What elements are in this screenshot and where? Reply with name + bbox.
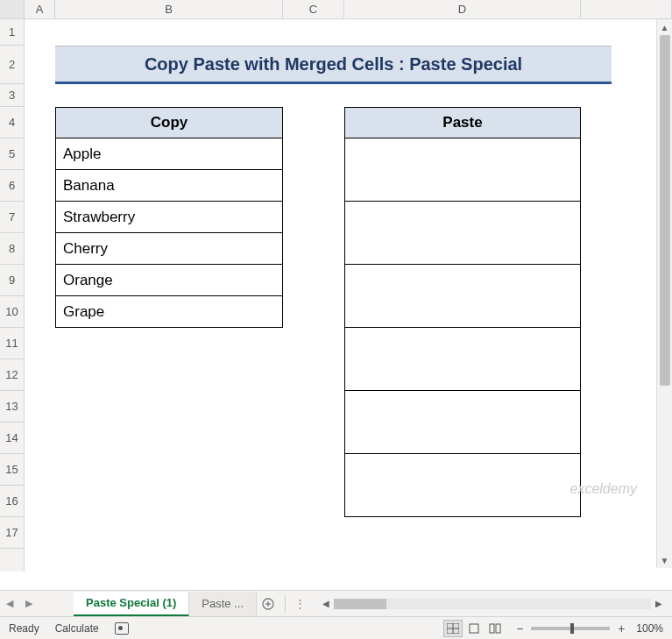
column-header-row: A B C D: [0, 0, 672, 19]
svg-rect-6: [470, 624, 478, 633]
paste-cell-3[interactable]: [344, 265, 581, 328]
row-header-12[interactable]: 12: [0, 359, 24, 391]
row-header-5[interactable]: 5: [0, 138, 24, 170]
view-normal-button[interactable]: [443, 620, 463, 637]
tab-overflow-icon[interactable]: ⋮: [291, 597, 309, 610]
copy-cell-5[interactable]: Orange: [55, 265, 283, 296]
plus-circle-icon: [261, 597, 275, 611]
paste-cell-1[interactable]: [344, 138, 581, 202]
paste-cell-2[interactable]: [344, 202, 581, 265]
zoom-slider[interactable]: − +: [513, 621, 627, 635]
row-header-15[interactable]: 15: [0, 454, 24, 486]
copy-cell-2[interactable]: Banana: [55, 170, 283, 202]
copy-cell-6[interactable]: Grape: [55, 296, 283, 328]
scroll-down-icon[interactable]: ▼: [657, 552, 672, 568]
status-calculate[interactable]: Calculate: [55, 622, 99, 635]
view-page-layout-button[interactable]: [464, 620, 484, 637]
view-buttons: [443, 620, 505, 637]
tab-paste-special-1[interactable]: Paste Special (1): [74, 592, 189, 616]
row-header-16[interactable]: 16: [0, 486, 24, 517]
tab-nav-prev-icon[interactable]: ◀: [0, 591, 19, 617]
vertical-scroll-thumb[interactable]: [660, 35, 670, 386]
tab-paste-other[interactable]: Paste ...: [189, 592, 257, 616]
col-header-C[interactable]: C: [283, 0, 344, 18]
macro-record-icon[interactable]: [115, 622, 129, 635]
zoom-track[interactable]: [531, 627, 610, 630]
grid-icon: [447, 623, 459, 634]
title-merged-cell[interactable]: Copy Paste with Merged Cells : Paste Spe…: [55, 46, 612, 84]
paste-cell-6[interactable]: [344, 454, 581, 517]
row-header-14[interactable]: 14: [0, 422, 24, 454]
row-header-4[interactable]: 4: [0, 107, 24, 138]
copy-cell-4[interactable]: Cherry: [55, 233, 283, 265]
row-header-6[interactable]: 6: [0, 170, 24, 202]
status-ready: Ready: [9, 622, 39, 635]
paste-table-header[interactable]: Paste: [344, 107, 581, 138]
row-header-10[interactable]: 10: [0, 296, 24, 328]
page-icon: [468, 623, 480, 634]
svg-rect-8: [496, 624, 500, 633]
vertical-scrollbar[interactable]: ▲ ▼: [656, 19, 672, 568]
scroll-left-icon[interactable]: ◀: [318, 599, 334, 608]
horizontal-scroll-thumb[interactable]: [334, 599, 386, 609]
col-header-A[interactable]: A: [25, 0, 55, 18]
row-header-2[interactable]: 2: [0, 46, 24, 84]
paste-cell-4[interactable]: [344, 328, 581, 391]
row-header-8[interactable]: 8: [0, 233, 24, 265]
horizontal-scroll-track[interactable]: [334, 599, 651, 609]
tab-nav-next-icon[interactable]: ▶: [19, 591, 39, 617]
tab-separator: [285, 595, 286, 613]
grid-area: 1 2 3 4 5 6 7 8 9 10 11 12 13 14 15 16 1…: [0, 19, 672, 572]
zoom-level[interactable]: 100%: [636, 622, 663, 635]
row-header-1[interactable]: 1: [0, 19, 24, 46]
paste-cell-5[interactable]: [344, 391, 581, 454]
select-all-cell[interactable]: [0, 0, 25, 18]
zoom-out-button[interactable]: −: [513, 621, 526, 635]
sheet-tabs-bar: ◀ ▶ Paste Special (1) Paste ... ⋮ ◀ ▶: [0, 590, 672, 616]
copy-cell-3[interactable]: Strawberry: [55, 202, 283, 233]
col-header-D[interactable]: D: [344, 0, 581, 18]
row-header-col: 1 2 3 4 5 6 7 8 9 10 11 12 13 14 15 16 1…: [0, 19, 25, 572]
row-header-9[interactable]: 9: [0, 265, 24, 296]
new-sheet-button[interactable]: [257, 597, 279, 611]
row-header-3[interactable]: 3: [0, 84, 24, 107]
row-header-13[interactable]: 13: [0, 391, 24, 422]
row-header-11[interactable]: 11: [0, 328, 24, 359]
cells-canvas[interactable]: Copy Paste with Merged Cells : Paste Spe…: [25, 19, 672, 572]
copy-table: Copy Apple Banana Strawberry Cherry Oran…: [55, 107, 283, 328]
scroll-up-icon[interactable]: ▲: [657, 19, 672, 35]
svg-rect-7: [490, 624, 494, 633]
status-bar: Ready Calculate − + 100%: [0, 616, 672, 639]
view-page-break-button[interactable]: [485, 620, 505, 637]
copy-table-header[interactable]: Copy: [55, 107, 283, 138]
row-header-17[interactable]: 17: [0, 517, 24, 549]
row-header-7[interactable]: 7: [0, 202, 24, 233]
scroll-right-icon[interactable]: ▶: [651, 599, 667, 608]
page-break-icon: [489, 623, 501, 634]
col-header-B[interactable]: B: [55, 0, 283, 18]
horizontal-scrollbar[interactable]: ◀ ▶: [318, 596, 667, 612]
zoom-thumb[interactable]: [570, 623, 574, 634]
col-header-tail: [581, 0, 672, 18]
copy-cell-1[interactable]: Apple: [55, 138, 283, 170]
paste-table: Paste: [344, 107, 581, 517]
zoom-in-button[interactable]: +: [615, 621, 627, 635]
